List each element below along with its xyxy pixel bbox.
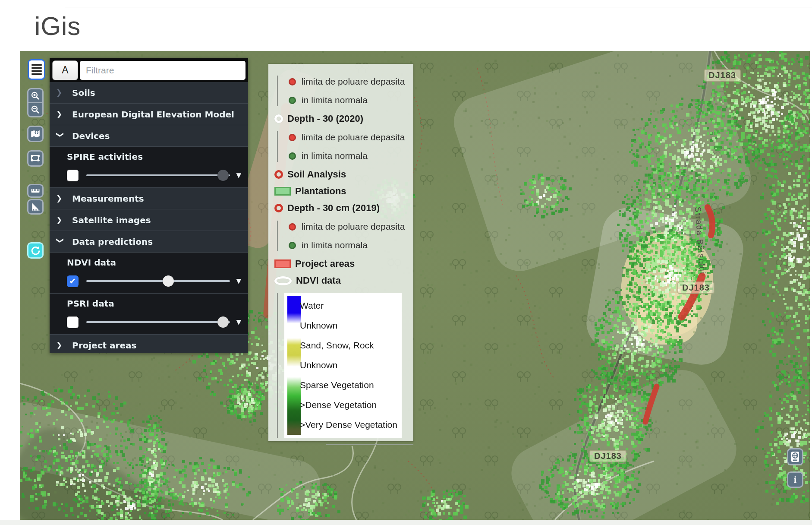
road-ref-badge: DJ183 <box>589 450 626 462</box>
layers-menu-button[interactable] <box>28 59 45 80</box>
chevron-right-icon: ❯ <box>56 215 65 224</box>
select-area-icon <box>30 153 41 164</box>
info-button[interactable]: i <box>787 471 803 488</box>
legend-item: limita de poluare depasita <box>289 221 407 233</box>
header-divider <box>65 7 812 7</box>
psri-opacity-slider[interactable] <box>86 316 230 329</box>
measure-length-button[interactable] <box>27 184 44 198</box>
layer-psri-data: PSRI data ▼ <box>50 293 248 334</box>
menu-icon <box>31 64 42 75</box>
slider-thumb[interactable] <box>163 275 174 287</box>
layer-dropdown-icon[interactable]: ▼ <box>236 277 241 285</box>
zoom-in-icon <box>30 91 41 101</box>
app-logo: iGis <box>35 11 81 41</box>
section-soils[interactable]: ❯ Soils <box>50 82 248 103</box>
green-dot-icon <box>289 152 296 160</box>
legend-layer-heading: Plantations <box>274 185 407 197</box>
section-measurements[interactable]: ❯ Measurements <box>50 187 248 209</box>
chevron-right-icon: ❯ <box>56 88 65 97</box>
ndvi-opacity-slider[interactable] <box>86 275 230 288</box>
spire-opacity-slider[interactable] <box>86 169 230 182</box>
basemap-icon <box>30 128 41 139</box>
road-ref-badge: DJ183 <box>704 69 741 82</box>
zoom-in-button[interactable] <box>27 88 44 103</box>
white-ring-icon <box>274 114 283 123</box>
white-ellipse-icon <box>274 276 292 285</box>
legend-layer-heading: NDVI data <box>274 275 407 287</box>
layer-spire-activities: SPIRE activities ▼ <box>50 146 248 187</box>
legend-group: limita de poluare depasita in limita nor… <box>277 76 407 106</box>
chevron-right-icon: ❯ <box>56 341 65 349</box>
legend-layer-heading: Depth - 30 (2020) <box>274 113 407 125</box>
legend-layer-heading: Project areas <box>274 258 407 270</box>
chevron-right-icon: ❯ <box>56 194 65 202</box>
map-legend: limita de poluare depasita in limita nor… <box>268 64 413 441</box>
layer-ndvi-data: NDVI data ✔ ▼ <box>50 252 248 293</box>
ndvi-scale: Water Unknown Sand, Snow, Rock Unknown S… <box>277 293 407 438</box>
section-project-areas[interactable]: ❯ Project areas <box>50 334 248 356</box>
select-area-button[interactable] <box>27 150 44 167</box>
red-ring-icon <box>274 204 283 212</box>
red-dot-icon <box>289 134 296 141</box>
green-swatch-icon <box>274 187 291 196</box>
footer-strip <box>0 520 812 525</box>
legend-layer-heading: Soil Analysis <box>274 168 407 180</box>
refresh-icon <box>30 245 41 256</box>
basemap-button[interactable] <box>27 126 44 142</box>
red-dot-icon <box>289 78 296 85</box>
zoom-out-icon <box>30 104 41 115</box>
legend-group: limita de poluare depasita in limita nor… <box>277 131 407 162</box>
slider-thumb[interactable] <box>217 316 229 328</box>
layer-dropdown-icon[interactable]: ▼ <box>236 171 241 179</box>
legend-group: limita de poluare depasita in limita nor… <box>277 221 407 251</box>
attribution-button[interactable] <box>787 448 803 465</box>
legend-item: in limita normala <box>289 150 407 162</box>
settlement-haze <box>502 361 746 520</box>
legend-item: limita de poluare depasita <box>289 131 407 143</box>
filter-mode-button[interactable]: A <box>52 60 78 80</box>
psri-visibility-checkbox[interactable] <box>67 316 79 328</box>
measure-slope-button[interactable] <box>27 199 44 215</box>
ndvi-gradient-bar <box>287 296 301 435</box>
refresh-layers-button[interactable] <box>27 242 44 259</box>
legend-item: in limita normala <box>289 239 407 251</box>
green-dot-icon <box>289 242 296 249</box>
ndvi-visibility-checkbox[interactable]: ✔ <box>67 275 79 287</box>
layer-dropdown-icon[interactable]: ▼ <box>236 318 241 326</box>
chevron-down-icon: ❯ <box>56 237 65 246</box>
forest-shade <box>20 418 179 520</box>
red-ring-icon <box>274 170 283 179</box>
section-european-dem[interactable]: ❯ European Digital Elevation Model <box>50 103 248 125</box>
chevron-down-icon: ❯ <box>56 132 65 140</box>
zoom-out-button[interactable] <box>27 103 44 117</box>
spire-visibility-checkbox[interactable] <box>67 170 79 181</box>
green-dot-icon <box>289 97 296 104</box>
settlement-haze <box>582 204 747 369</box>
filter-row: A <box>50 58 248 82</box>
legend-scrollbar[interactable] <box>326 444 413 445</box>
slider-thumb[interactable] <box>217 170 229 181</box>
legend-item: in limita normala <box>289 94 407 106</box>
town-area <box>615 227 719 342</box>
attribution-icon <box>790 451 800 463</box>
ndvi-scale-labels: Water Unknown Sand, Snow, Rock Unknown S… <box>301 296 397 435</box>
road-ref-badge: DJ183 <box>677 281 714 294</box>
measure-slope-icon <box>30 201 41 212</box>
section-data-predictions[interactable]: ❯ Data predictions <box>50 231 248 252</box>
red-dot-icon <box>289 223 296 231</box>
layers-sidebar: A ❯ Soils ❯ European Digital Elevation M… <box>50 58 248 353</box>
section-devices[interactable]: ❯ Devices <box>50 125 248 146</box>
street-name-label: Strada Băișului <box>693 206 707 275</box>
settlement-haze <box>447 51 757 278</box>
info-icon: i <box>794 474 796 485</box>
legend-layer-heading: Depth - 30 cm (2019) <box>274 202 407 214</box>
red-swatch-icon <box>274 259 291 268</box>
town-area <box>637 293 697 345</box>
measure-length-icon <box>30 186 41 196</box>
legend-item: limita de poluare depasita <box>289 76 407 88</box>
section-satellite-images[interactable]: ❯ Satellite images <box>50 209 248 231</box>
filter-input[interactable] <box>80 61 245 80</box>
chevron-right-icon: ❯ <box>56 110 65 118</box>
